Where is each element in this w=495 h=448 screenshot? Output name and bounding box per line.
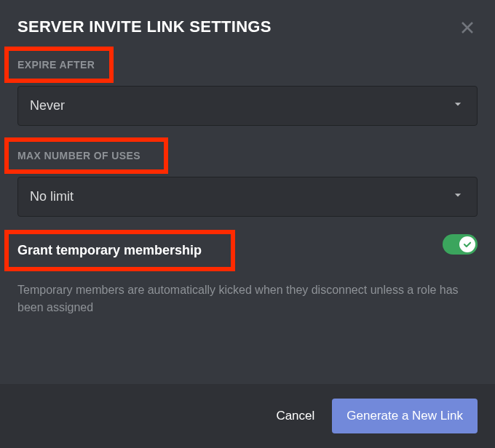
expire-after-select[interactable]: Never xyxy=(17,86,478,126)
max-uses-value: No limit xyxy=(30,189,74,204)
grant-membership-label: Grant temporary membership xyxy=(17,243,202,257)
modal-title: SERVER INVITE LINK SETTINGS xyxy=(17,17,272,36)
modal-header: SERVER INVITE LINK SETTINGS xyxy=(0,0,495,47)
toggle-thumb xyxy=(459,236,475,252)
highlight-grant-membership: Grant temporary membership xyxy=(4,230,235,271)
max-uses-label: MAX NUMBER OF USES xyxy=(17,150,140,161)
expire-after-value: Never xyxy=(30,98,65,113)
grant-membership-row: Grant temporary membership xyxy=(17,217,478,271)
cancel-button[interactable]: Cancel xyxy=(276,409,314,423)
close-icon[interactable] xyxy=(457,17,478,38)
max-uses-select[interactable]: No limit xyxy=(17,177,478,217)
modal-footer: Cancel Generate a New Link xyxy=(0,384,495,448)
chevron-down-icon xyxy=(451,97,465,115)
grant-membership-toggle[interactable] xyxy=(443,234,478,255)
invite-settings-modal: SERVER INVITE LINK SETTINGS EXPIRE AFTER… xyxy=(0,0,495,448)
chevron-down-icon xyxy=(451,188,465,206)
expire-after-label: EXPIRE AFTER xyxy=(17,59,95,71)
highlight-max-uses: MAX NUMBER OF USES xyxy=(4,137,168,174)
grant-membership-description: Temporary members are automatically kick… xyxy=(17,281,478,316)
generate-link-button[interactable]: Generate a New Link xyxy=(332,399,478,433)
modal-content: EXPIRE AFTER Never MAX NUMBER OF USES No… xyxy=(0,47,495,384)
highlight-expire-after: EXPIRE AFTER xyxy=(4,47,114,83)
